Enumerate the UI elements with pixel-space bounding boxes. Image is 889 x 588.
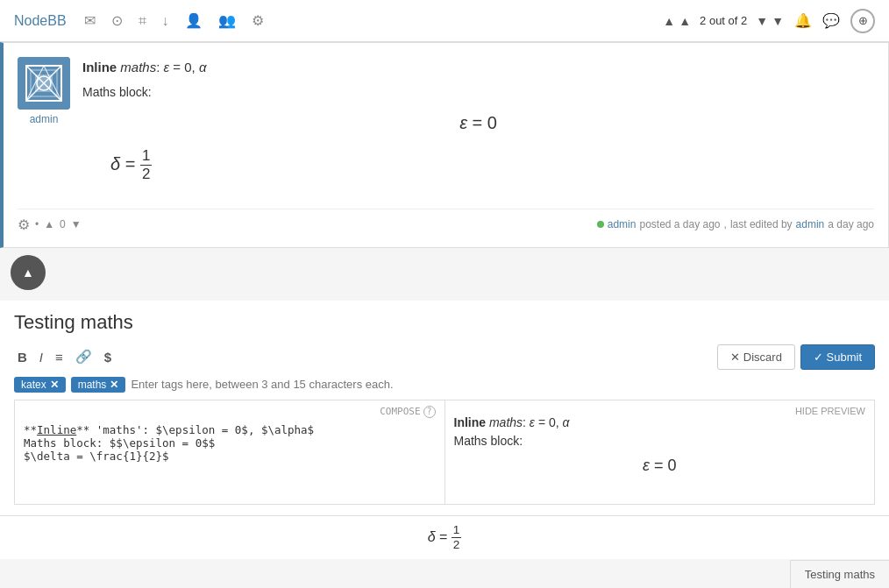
post-footer-dot1: • bbox=[35, 218, 39, 230]
nav-counter: 2 out of 2 bbox=[694, 14, 752, 27]
nav-up-arrow2[interactable]: ▲ bbox=[679, 14, 691, 28]
bell-icon[interactable]: 🔔 bbox=[794, 12, 812, 29]
reply-title: Testing maths bbox=[14, 311, 875, 334]
post-body: Inline maths: ε = 0, α Maths block: ε = … bbox=[82, 57, 874, 198]
vote-up-icon[interactable]: ▲ bbox=[44, 218, 54, 230]
post-author-link[interactable]: admin bbox=[608, 218, 637, 230]
vote-down-icon[interactable]: ▼ bbox=[71, 218, 82, 230]
discard-button[interactable]: ✕ Discard bbox=[717, 344, 795, 370]
preview-label[interactable]: HIDE PREVIEW bbox=[795, 406, 865, 416]
nav-arrows: ▲ ▲ 2 out of 2 ▼ ▼ bbox=[663, 14, 784, 28]
compose-text[interactable]: **Inline** 'maths': $\epsilon = 0$, $\al… bbox=[24, 423, 436, 463]
bottom-math-bar: δ = 1 2 bbox=[0, 515, 889, 560]
post-footer-time2: a day ago bbox=[828, 218, 874, 230]
submit-button[interactable]: ✓ Submit bbox=[800, 344, 875, 370]
preview-panel: HIDE PREVIEW Inline maths: ε = 0, α Math… bbox=[445, 400, 875, 504]
post-footer: ⚙ • ▲ 0 ▼ admin posted a day ago , last … bbox=[18, 209, 874, 233]
post-footer-comma: , bbox=[724, 218, 727, 230]
bold-button[interactable]: B bbox=[14, 348, 31, 366]
post-footer-right: admin posted a day ago , last edited by … bbox=[597, 218, 874, 230]
post-footer-last-edited: last edited by bbox=[730, 218, 793, 230]
gear-icon-post[interactable]: ⚙ bbox=[18, 216, 30, 233]
nav-icons: ✉ ⊙ ⌗ ↓ 👤 👥 ⚙ bbox=[84, 12, 664, 29]
brand-logo[interactable]: NodeBB bbox=[14, 13, 67, 29]
post-inline-italic: maths bbox=[120, 60, 156, 74]
compose-panel: COMPOSE ? **Inline** 'maths': $\epsilon … bbox=[15, 400, 445, 504]
toolbar: B I ≡ 🔗 $ ✕ Discard ✓ Submit bbox=[14, 344, 875, 370]
compose-inline-underline: Inline bbox=[37, 423, 76, 436]
clock-icon[interactable]: ⊙ bbox=[111, 12, 123, 29]
tag-input[interactable] bbox=[131, 378, 875, 391]
preview-maths-block: Maths block: bbox=[454, 434, 866, 448]
bottom-math-frac: 1 2 bbox=[452, 523, 462, 553]
user-icon[interactable]: 👤 bbox=[185, 12, 203, 29]
post-math-display-1: ε = 0 bbox=[82, 113, 874, 133]
compose-label-text: COMPOSE bbox=[380, 406, 420, 417]
post-inline-bold: Inline bbox=[82, 60, 117, 74]
math-button[interactable]: $ bbox=[101, 348, 115, 366]
download-icon[interactable]: ↓ bbox=[162, 13, 169, 29]
scroll-up-button[interactable]: ▲ bbox=[11, 255, 46, 290]
compose-info-icon[interactable]: ? bbox=[423, 406, 436, 418]
avatar-wrap: admin bbox=[18, 57, 70, 125]
avatar-label[interactable]: admin bbox=[30, 113, 59, 125]
preview-inline-bold: Inline bbox=[454, 415, 487, 429]
page-container: admin Inline maths: ε = 0, α Maths block… bbox=[0, 42, 889, 515]
preview-math-display-1: ε = 0 bbox=[454, 457, 866, 475]
tag-maths: maths ✕ bbox=[71, 377, 126, 393]
italic-button[interactable]: I bbox=[36, 348, 46, 366]
online-dot bbox=[597, 221, 604, 228]
post-inline-text: Inline maths: ε = 0, α bbox=[82, 57, 874, 78]
chevron-up-icon: ▲ bbox=[22, 266, 34, 280]
post-inline-math: ε = 0, α bbox=[164, 60, 207, 74]
tag-katex-remove[interactable]: ✕ bbox=[50, 379, 59, 391]
users-icon[interactable]: 👥 bbox=[218, 12, 236, 29]
post-footer-text1: posted a day ago bbox=[639, 218, 720, 230]
avatar-image[interactable] bbox=[18, 57, 70, 110]
nav-up-arrow[interactable]: ▲ bbox=[663, 14, 675, 28]
link-button[interactable]: 🔗 bbox=[72, 347, 96, 366]
tag-maths-remove[interactable]: ✕ bbox=[110, 379, 118, 391]
post-math-frac: 1 2 bbox=[140, 147, 152, 184]
topnav: NodeBB ✉ ⊙ ⌗ ↓ 👤 👥 ⚙ ▲ ▲ 2 out of 2 ▼ ▼ … bbox=[0, 0, 889, 42]
editor-panels: COMPOSE ? **Inline** 'maths': $\epsilon … bbox=[14, 400, 875, 505]
post-footer-left: ⚙ • ▲ 0 ▼ bbox=[18, 216, 82, 233]
list-button[interactable]: ≡ bbox=[52, 348, 67, 366]
tag-katex-label: katex bbox=[21, 379, 46, 391]
post-maths-block-label: Maths block: bbox=[82, 85, 874, 99]
tag-katex: katex ✕ bbox=[14, 377, 66, 393]
nav-right: ▲ ▲ 2 out of 2 ▼ ▼ 🔔 💬 ⊕ bbox=[663, 9, 875, 33]
post-card: admin Inline maths: ε = 0, α Maths block… bbox=[0, 42, 889, 248]
post-editor-link[interactable]: admin bbox=[796, 218, 825, 230]
tag-icon[interactable]: ⌗ bbox=[139, 13, 146, 29]
chat-icon[interactable]: 💬 bbox=[822, 12, 840, 29]
compose-label: COMPOSE ? bbox=[380, 406, 435, 418]
post-header: admin Inline maths: ε = 0, α Maths block… bbox=[18, 57, 874, 198]
tags-row: katex ✕ maths ✕ bbox=[14, 377, 875, 393]
nav-down-arrow[interactable]: ▼ bbox=[772, 14, 784, 28]
preview-inline-italic: maths bbox=[489, 415, 523, 429]
gear-icon[interactable]: ⚙ bbox=[252, 12, 264, 29]
vote-count: 0 bbox=[60, 218, 66, 230]
tag-maths-label: maths bbox=[78, 379, 107, 391]
nav-dropdown-arrow[interactable]: ▼ bbox=[756, 14, 768, 28]
reply-section: Testing maths B I ≡ 🔗 $ ✕ Discard ✓ Subm… bbox=[0, 301, 889, 515]
globe-icon[interactable]: ⊕ bbox=[850, 9, 875, 33]
post-math-display-2: δ = 1 2 bbox=[110, 147, 846, 184]
inbox-icon[interactable]: ✉ bbox=[84, 12, 96, 29]
